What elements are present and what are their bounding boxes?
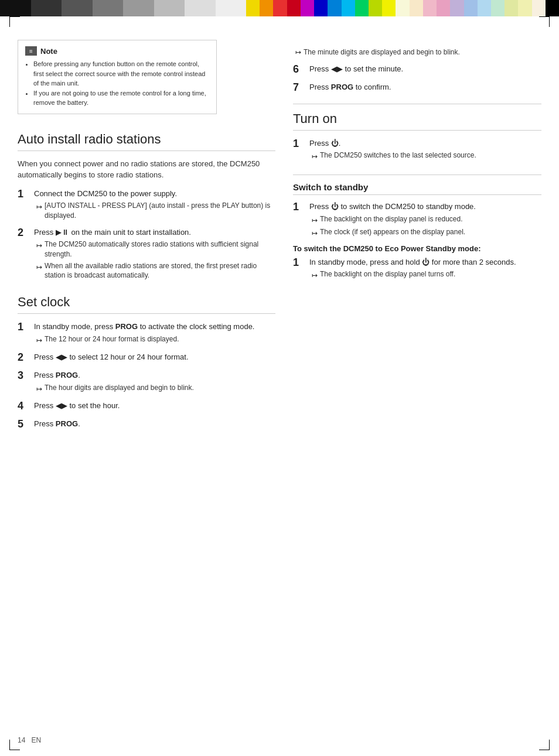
ss-step-1-content: Press ⏻ to switch the DCM250 to standby … [309,201,541,238]
swatch-3 [62,0,93,16]
step-num-2: 2 [18,227,28,240]
swatch-1 [0,0,31,16]
ss-arrow-2: ↦ [312,228,318,238]
swatch-black [546,0,559,16]
swatch-r1 [273,0,287,16]
step-2-content: Press ▶⏸ on the main unit to start insta… [34,227,275,281]
step-2-result-2: ↦ When all the available radio stations … [34,261,275,281]
step-2-result-text-1: The DCM250 automatically stores radio st… [45,240,275,259]
turn-on-section: Turn on 1 Press ⏻. ↦ The DCM250 switches… [293,111,541,162]
divider-1 [293,104,541,104]
sc-step-num-2: 2 [18,351,28,364]
step-6: 6 Press ◀▶ to set the minute. [293,63,541,76]
swatch-yl1 [396,0,409,16]
sc-step-num-1: 1 [18,321,28,334]
to-step-1-content: Press ⏻. ↦ The DCM250 switches to the la… [309,138,541,162]
step-1-result-1: ↦ [AUTO INSTALL - PRESS PLAY] (auto inst… [34,201,275,221]
sc-step-5-content: Press PROG. [34,418,275,430]
auto-install-steps: 1 Connect the DCM250 to the power supply… [18,188,275,281]
step-2-result-1: ↦ The DCM250 automatically stores radio … [34,240,275,259]
step-num-1: 1 [18,188,28,201]
swatch-c1 [342,0,355,16]
eco-steps: 1 In standby mode, press and hold ⏻ for … [293,256,541,281]
set-clock-step-4: 4 Press ◀▶ to set the hour. [18,400,275,413]
step-7-text: Press PROG to confirm. [309,81,541,93]
swatch-o1 [260,0,273,16]
to-step-1-result: ↦ The DCM250 switches to the last select… [309,150,541,162]
swatch-ygl1 [505,0,518,16]
swatch-b1 [314,0,328,16]
step-1-text: Connect the DCM250 to the power supply. [34,188,275,200]
minute-arrow: ↦ [295,48,301,56]
step-1-content: Connect the DCM250 to the power supply. … [34,188,275,221]
sc-arrow-1: ↦ [36,335,42,345]
corner-br [539,740,550,750]
ss-step-1-result-text-1: The backlight on the display panel is re… [320,214,463,224]
sc-step-3-text: Press PROG. [34,370,275,381]
auto-install-heading: Auto install radio stations [18,132,275,151]
minute-result: ↦ The minute digits are displayed and be… [293,47,541,57]
step-7: 7 Press PROG to confirm. [293,81,541,94]
minute-result-block: ↦ The minute digits are displayed and be… [293,40,541,94]
note-icon: ≡ [25,46,37,56]
swatch-y2 [382,0,396,16]
left-column: ≡ Note Before pressing any function butt… [18,40,275,445]
swatch-r2 [287,0,301,16]
steps-6-7: 6 Press ◀▶ to set the minute. 7 Press PR… [293,63,541,94]
to-step-1-result-text: The DCM250 switches to the last selected… [320,150,476,160]
sc-step-1-result-text: The 12 hour or 24 hour format is display… [45,334,179,344]
swatch-y1 [246,0,260,16]
ss-arrow-1: ↦ [312,215,318,225]
ss-step-1-result-1: ↦ The backlight on the display panel is … [309,214,541,225]
auto-install-step-1: 1 Connect the DCM250 to the power supply… [18,188,275,221]
eco-step-1-result: ↦ The backlight on the display panel tur… [309,269,541,280]
sc-step-num-5: 5 [18,418,28,431]
right-column: ↦ The minute digits are displayed and be… [293,40,541,445]
note-item-2: If you are not going to use the remote c… [33,88,209,108]
page-number: 14 [18,736,25,744]
swatch-2 [31,0,62,16]
step-7-content: Press PROG to confirm. [309,81,541,93]
sc-step-4-text: Press ◀▶ to set the hour. [34,400,275,412]
turn-on-heading: Turn on [293,111,541,131]
swatch-ol1 [410,0,423,16]
step-2-result-text-2: When all the available radio stations ar… [45,261,275,281]
eco-step-1: 1 In standby mode, press and hold ⏻ for … [293,256,541,281]
step-6-text: Press ◀▶ to set the minute. [309,63,541,75]
eco-step-1-result-text: The backlight on the display panel turns… [320,269,455,279]
auto-install-step-2: 2 Press ▶⏸ on the main unit to start ins… [18,227,275,281]
turn-on-step-1: 1 Press ⏻. ↦ The DCM250 switches to the … [293,138,541,162]
divider-2 [293,175,541,175]
note-list: Before pressing any function button on t… [25,59,209,108]
to-step-num-1: 1 [293,138,304,150]
ss-step-1-text: Press ⏻ to switch the DCM250 to standby … [309,201,541,213]
arrow-icon-3: ↦ [36,262,42,272]
eco-step-1-content: In standby mode, press and hold ⏻ for mo… [309,256,541,281]
eco-step-1-text: In standby mode, press and hold ⏻ for mo… [309,256,541,268]
sc-step-2-text: Press ◀▶ to select 12 hour or 24 hour fo… [34,351,275,363]
sc-arrow-3: ↦ [36,384,42,394]
ss-step-1-result-2: ↦ The clock (if set) appears on the disp… [309,227,541,238]
switch-standby-section: Switch to standby 1 Press ⏻ to switch th… [293,182,541,280]
set-clock-step-3: 3 Press PROG. ↦ The hour digits are disp… [18,370,275,394]
sc-step-3-content: Press PROG. ↦ The hour digits are displa… [34,370,275,394]
swatch-bl1 [464,0,478,16]
swatch-pl2 [437,0,450,16]
step-num-6: 6 [293,63,304,76]
sc-step-1-content: In standby mode, press PROG to activate … [34,321,275,345]
swatch-b2 [328,0,341,16]
note-header: ≡ Note [25,46,209,56]
swatch-bl2 [478,0,491,16]
top-bar-left [0,0,246,16]
sc-step-2-content: Press ◀▶ to select 12 hour or 24 hour fo… [34,351,275,363]
arrow-icon-2: ↦ [36,240,42,251]
set-clock-step-2: 2 Press ◀▶ to select 12 hour or 24 hour … [18,351,275,364]
note-title: Note [40,47,57,56]
swatch-gl1 [491,0,505,16]
set-clock-heading: Set clock [18,295,275,314]
swatch-yl2 [518,0,531,16]
step-1-result-text-1: [AUTO INSTALL - PRESS PLAY] (auto instal… [45,201,275,221]
eco-arrow-1: ↦ [312,270,318,280]
sc-step-1-result: ↦ The 12 hour or 24 hour format is displ… [34,334,275,345]
eco-step-num-1: 1 [293,256,304,269]
